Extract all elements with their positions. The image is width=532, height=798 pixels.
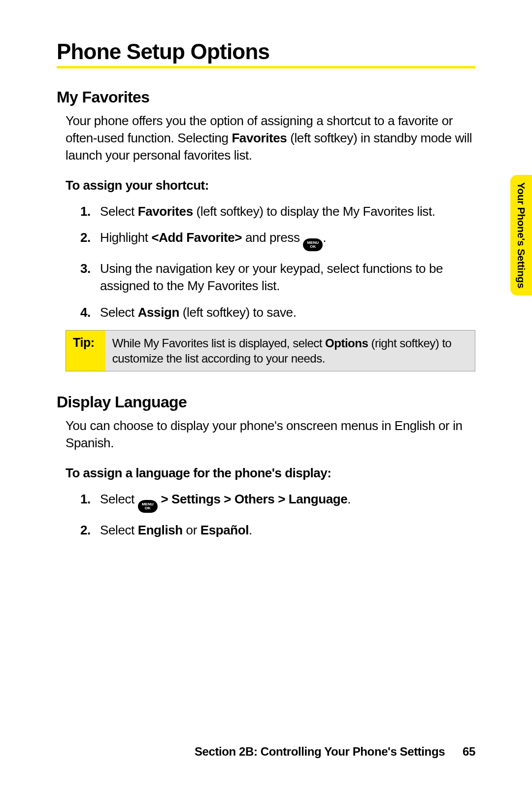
text: . bbox=[347, 492, 351, 506]
text: Select bbox=[100, 204, 138, 219]
text: While My Favorites list is displayed, se… bbox=[112, 336, 325, 350]
heading-display-language: Display Language bbox=[57, 393, 475, 411]
text-bold: > Settings > Others > Language bbox=[158, 492, 348, 506]
text: . bbox=[323, 230, 326, 245]
menu-ok-icon: MENUOK bbox=[303, 238, 323, 251]
tip-content: While My Favorites list is displayed, se… bbox=[105, 331, 475, 371]
list-item: Select Assign (left softkey) to save. bbox=[80, 304, 475, 321]
favorites-subheading: To assign your shortcut: bbox=[66, 178, 475, 193]
language-steps: Select MENUOK > Settings > Others > Lang… bbox=[80, 491, 475, 539]
list-item: Select Favorites (left softkey) to displ… bbox=[80, 203, 475, 220]
text-bold: Favorites bbox=[232, 131, 287, 145]
language-intro: You can choose to display your phone's o… bbox=[66, 417, 475, 452]
page-number: 65 bbox=[463, 745, 475, 758]
list-item: Highlight <Add Favorite> and press MENUO… bbox=[80, 229, 475, 251]
icon-label: OK bbox=[145, 506, 151, 510]
page-title: Phone Setup Options bbox=[57, 39, 475, 64]
tip-label: Tip: bbox=[66, 331, 105, 371]
text-bold: Favorites bbox=[138, 204, 193, 219]
text: and press bbox=[242, 230, 303, 245]
favorites-intro: Your phone offers you the option of assi… bbox=[66, 112, 475, 164]
text: or bbox=[183, 523, 200, 537]
list-item: Using the navigation key or your keypad,… bbox=[80, 260, 475, 295]
text-bold: Assign bbox=[138, 305, 179, 320]
text: Select bbox=[100, 492, 138, 506]
list-item: Select MENUOK > Settings > Others > Lang… bbox=[80, 491, 475, 513]
side-tab: Your Phone's Settings bbox=[510, 175, 532, 296]
text-bold: English bbox=[138, 523, 183, 537]
page-content: Phone Setup Options My Favorites Your ph… bbox=[0, 0, 532, 539]
tip-box: Tip: While My Favorites list is displaye… bbox=[66, 330, 475, 371]
text-bold: Options bbox=[325, 336, 368, 350]
language-subheading: To assign a language for the phone's dis… bbox=[66, 466, 475, 481]
favorites-steps: Select Favorites (left softkey) to displ… bbox=[80, 203, 475, 321]
side-tab-label: Your Phone's Settings bbox=[515, 182, 527, 288]
title-rule bbox=[57, 66, 475, 68]
list-item: Select English or Español. bbox=[80, 522, 475, 539]
text: . bbox=[249, 523, 252, 537]
text-bold: Español bbox=[200, 523, 249, 537]
text: Select bbox=[100, 305, 138, 320]
icon-label: OK bbox=[310, 245, 316, 249]
text: (left softkey) to save. bbox=[179, 305, 297, 320]
menu-ok-icon: MENUOK bbox=[138, 500, 158, 513]
text-bold: <Add Favorite> bbox=[151, 230, 242, 245]
text: Highlight bbox=[100, 230, 151, 245]
text: (left softkey) to display the My Favorit… bbox=[193, 204, 435, 219]
heading-my-favorites: My Favorites bbox=[57, 88, 475, 106]
page-footer: Section 2B: Controlling Your Phone's Set… bbox=[195, 745, 475, 759]
footer-section: Section 2B: Controlling Your Phone's Set… bbox=[195, 745, 445, 758]
text: Select bbox=[100, 523, 138, 537]
